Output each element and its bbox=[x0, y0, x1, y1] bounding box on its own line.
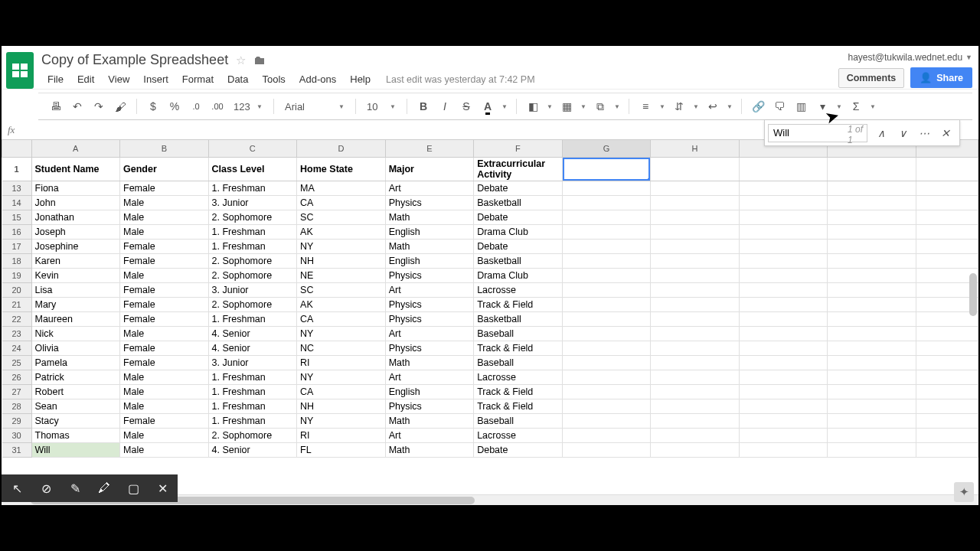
menu-tools[interactable]: Tools bbox=[256, 71, 291, 87]
cell[interactable]: 2. Sophomore bbox=[208, 254, 297, 269]
cell[interactable]: Lacrosse bbox=[474, 370, 563, 385]
highlighter-icon[interactable]: 🖍 bbox=[96, 481, 112, 496]
cell[interactable] bbox=[739, 399, 828, 414]
cell[interactable] bbox=[562, 254, 651, 269]
cell[interactable]: Physics bbox=[385, 298, 474, 312]
cell[interactable]: Pamela bbox=[31, 356, 120, 370]
cell[interactable] bbox=[739, 327, 828, 341]
cell[interactable]: Track & Field bbox=[474, 385, 563, 399]
cell[interactable] bbox=[916, 399, 978, 414]
row-header[interactable]: 21 bbox=[2, 298, 32, 312]
pencil-icon[interactable]: ✎ bbox=[67, 481, 83, 496]
cell[interactable]: Major bbox=[385, 157, 474, 181]
cell[interactable]: John bbox=[31, 196, 120, 210]
cell[interactable]: Female bbox=[120, 312, 209, 327]
cell[interactable] bbox=[828, 283, 916, 298]
cell[interactable] bbox=[739, 298, 828, 312]
menu-help[interactable]: Help bbox=[344, 71, 377, 87]
folder-icon[interactable]: 🖿 bbox=[253, 54, 266, 67]
star-icon[interactable]: ☆ bbox=[236, 54, 246, 67]
cell[interactable]: Physics bbox=[385, 269, 474, 283]
cell[interactable] bbox=[651, 327, 740, 341]
cell[interactable]: Physics bbox=[385, 196, 474, 210]
column-header[interactable]: F bbox=[474, 140, 563, 157]
column-header[interactable]: G bbox=[562, 140, 651, 157]
cell[interactable] bbox=[828, 225, 916, 240]
circle-cross-icon[interactable]: ⊘ bbox=[38, 481, 54, 496]
bold-button[interactable]: B bbox=[413, 96, 433, 116]
row-header[interactable]: 26 bbox=[2, 370, 32, 385]
cell[interactable] bbox=[562, 429, 651, 443]
cell[interactable]: NC bbox=[297, 341, 386, 356]
filter-dropdown-icon[interactable]: ▼ bbox=[834, 96, 844, 116]
cell[interactable]: 2. Sophomore bbox=[208, 298, 297, 312]
cell[interactable] bbox=[739, 196, 828, 210]
cell[interactable]: NH bbox=[297, 254, 386, 269]
menu-add-ons[interactable]: Add-ons bbox=[293, 71, 342, 87]
cell[interactable] bbox=[562, 157, 651, 181]
cell[interactable]: RI bbox=[297, 429, 386, 443]
cell[interactable]: Art bbox=[385, 429, 474, 443]
cell[interactable] bbox=[739, 312, 828, 327]
cell[interactable]: CA bbox=[297, 312, 386, 327]
cell[interactable]: Drama Club bbox=[474, 225, 563, 240]
cell[interactable] bbox=[739, 385, 828, 399]
cell[interactable] bbox=[739, 414, 828, 429]
cell[interactable]: NY bbox=[297, 327, 386, 341]
cell[interactable] bbox=[739, 269, 828, 283]
row-header[interactable]: 17 bbox=[2, 240, 32, 254]
cell[interactable]: 2. Sophomore bbox=[208, 210, 297, 225]
cell[interactable]: Female bbox=[120, 181, 209, 196]
cell[interactable]: Art bbox=[385, 327, 474, 341]
cell[interactable] bbox=[739, 429, 828, 443]
cell[interactable] bbox=[739, 210, 828, 225]
cell[interactable]: Track & Field bbox=[474, 341, 563, 356]
row-header[interactable]: 28 bbox=[2, 399, 32, 414]
comments-button[interactable]: Comments bbox=[838, 68, 905, 88]
cell[interactable] bbox=[651, 385, 740, 399]
cell[interactable] bbox=[651, 341, 740, 356]
cell[interactable]: 3. Junior bbox=[208, 283, 297, 298]
cell[interactable]: Debate bbox=[474, 181, 563, 196]
menu-edit[interactable]: Edit bbox=[71, 71, 100, 87]
cell[interactable] bbox=[562, 196, 651, 210]
borders-button[interactable]: ▦ bbox=[557, 96, 577, 116]
cell[interactable]: Kevin bbox=[31, 269, 120, 283]
cell[interactable] bbox=[651, 210, 740, 225]
cell[interactable] bbox=[562, 443, 651, 458]
undo-icon[interactable]: ↶ bbox=[67, 96, 87, 116]
doc-title[interactable]: Copy of Example Spreadsheet bbox=[41, 52, 228, 68]
cell[interactable]: Physics bbox=[385, 399, 474, 414]
sheets-logo[interactable] bbox=[6, 52, 34, 89]
cell[interactable]: 1. Freshman bbox=[208, 312, 297, 327]
cell[interactable]: 1. Freshman bbox=[208, 225, 297, 240]
cell[interactable] bbox=[916, 429, 978, 443]
cell[interactable] bbox=[916, 157, 978, 181]
cell[interactable] bbox=[916, 196, 978, 210]
cell[interactable]: Male bbox=[120, 269, 209, 283]
column-header[interactable]: B bbox=[120, 140, 209, 157]
cell[interactable] bbox=[916, 356, 978, 370]
cell[interactable] bbox=[828, 399, 916, 414]
wrap-button[interactable]: ↩ bbox=[703, 96, 723, 116]
cell[interactable]: AK bbox=[297, 298, 386, 312]
cell[interactable]: Art bbox=[385, 181, 474, 196]
cell[interactable]: Male bbox=[120, 399, 209, 414]
cell[interactable]: Physics bbox=[385, 312, 474, 327]
decimal-increase-button[interactable]: .00 bbox=[207, 96, 227, 116]
cell[interactable]: Baseball bbox=[474, 356, 563, 370]
share-button[interactable]: 👤 Share bbox=[910, 67, 972, 88]
cell[interactable]: Female bbox=[120, 341, 209, 356]
cell[interactable]: Physics bbox=[385, 341, 474, 356]
cell[interactable] bbox=[739, 254, 828, 269]
find-more-button[interactable]: ⋯ bbox=[913, 122, 935, 144]
row-header[interactable]: 13 bbox=[2, 181, 32, 196]
cell[interactable] bbox=[562, 356, 651, 370]
v-align-button[interactable]: ⇵ bbox=[669, 96, 689, 116]
vertical-scrollbar[interactable] bbox=[969, 273, 977, 316]
cell[interactable]: 4. Senior bbox=[208, 327, 297, 341]
cell[interactable] bbox=[739, 157, 828, 181]
row-header[interactable]: 23 bbox=[2, 327, 32, 341]
cell[interactable]: 2. Sophomore bbox=[208, 429, 297, 443]
chart-icon[interactable]: ▥ bbox=[791, 96, 811, 116]
